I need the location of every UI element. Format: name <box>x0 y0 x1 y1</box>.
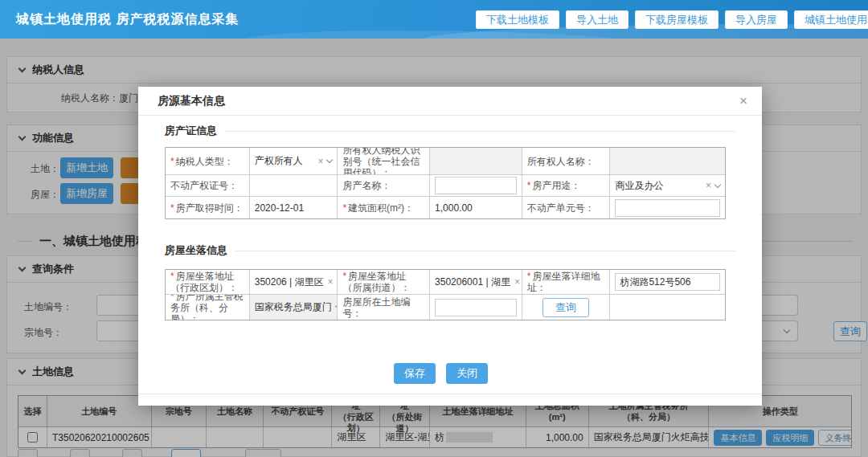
field-label: *建筑面积(m²)： <box>338 197 430 218</box>
clear-icon[interactable]: × <box>706 180 711 191</box>
close-button[interactable]: 关闭 <box>446 363 488 384</box>
input-field[interactable] <box>615 199 720 217</box>
download-land-template-button[interactable]: 下载土地模板 <box>476 10 559 29</box>
land-house-tax-declare-button[interactable]: 城镇土地使用税 房产税申报 <box>794 10 868 29</box>
app-window: 纳税人信息 纳税人名称：厦门 功能信息 土地： 新增土地 房屋： 新增房屋 一、… <box>0 0 868 457</box>
field-value: 2020-12-01 <box>250 197 338 218</box>
select-value: 产权所有人 <box>255 154 314 168</box>
clear-icon[interactable]: × <box>514 276 520 288</box>
field-label: *纳税人类型： <box>166 148 250 175</box>
field-label: 房屋所在土地编号： <box>338 295 430 320</box>
required-asterisk: * <box>170 156 174 167</box>
required-asterisk: * <box>527 271 531 282</box>
field-value: 1,000.00 <box>430 197 522 218</box>
readonly-field <box>430 148 522 175</box>
select-field[interactable]: 国家税务总局厦门 <box>250 295 338 320</box>
legend-line <box>225 131 735 132</box>
clear-icon[interactable]: × <box>317 156 323 167</box>
select-field[interactable]: 产权所有人× <box>250 148 338 175</box>
house-basic-info-modal: 房源基本信息 × 房产证信息 *纳税人类型：产权所有人×所有权人纳税人识别号（统… <box>138 87 762 406</box>
field-label: *房产所属主管税务所（科、分局）： <box>166 295 250 320</box>
required-asterisk: * <box>342 202 346 214</box>
select-field[interactable]: 商业及办公× <box>610 175 725 197</box>
required-asterisk: * <box>170 295 174 302</box>
select-field[interactable]: 350206001 | 湖里× <box>430 270 522 295</box>
input-cell <box>610 197 725 218</box>
chevron-down-icon <box>714 181 721 187</box>
input-cell: 枋湖路512号506 <box>610 270 725 295</box>
modal-footer-divider <box>138 394 762 394</box>
cert-form-table: *纳税人类型：产权所有人×所有权人纳税人识别号（统一社会信用代码）：所有权人名称… <box>165 147 726 219</box>
field-label: *房产取得时间： <box>166 197 250 218</box>
input-cell <box>430 175 522 197</box>
download-house-template-button[interactable]: 下载房屋模板 <box>635 10 719 29</box>
page-title: 城镇土地使用税 房产税税源信息采集 <box>16 0 239 39</box>
readonly-field <box>610 148 725 175</box>
select-value: 商业及办公 <box>615 179 702 193</box>
input-cell <box>430 295 522 320</box>
required-asterisk: * <box>527 180 531 191</box>
query-button-cell: 查询 <box>522 295 611 320</box>
select-value: 350206 | 湖里区 <box>255 275 324 289</box>
empty-cell <box>250 175 338 197</box>
required-asterisk: * <box>342 271 346 282</box>
input-field[interactable] <box>435 177 517 194</box>
modal-title: 房源基本信息 <box>138 87 762 116</box>
field-label: 所有权人纳税人识别号（统一社会信用代码）： <box>338 148 430 175</box>
input-field[interactable]: 枋湖路512号506 <box>615 273 720 291</box>
location-section-title: 房屋坐落信息 <box>165 243 227 258</box>
import-land-button[interactable]: 导入土地 <box>566 10 628 29</box>
field-label: 房产名称： <box>338 175 430 197</box>
chevron-down-icon <box>326 157 333 163</box>
field-label: 所有权人名称： <box>522 148 611 175</box>
legend-line <box>235 251 735 251</box>
field-label: *房屋坐落地址（行政区划）： <box>166 270 250 295</box>
save-button[interactable]: 保存 <box>394 363 436 384</box>
field-label: 不动产单元号： <box>522 197 611 218</box>
field-label: *房产用途： <box>522 175 611 197</box>
app-header: 城镇土地使用税 房产税税源信息采集 下载土地模板导入土地下载房屋模板导入房屋城镇… <box>0 0 868 39</box>
select-value: 350206001 | 湖里 <box>435 275 510 289</box>
query-button[interactable]: 查询 <box>542 298 589 317</box>
import-house-button[interactable]: 导入房屋 <box>725 10 788 29</box>
clear-icon[interactable]: × <box>328 276 334 288</box>
input-field[interactable] <box>435 299 517 316</box>
cert-section-legend: 房产证信息 <box>165 124 735 138</box>
required-asterisk: * <box>170 271 174 282</box>
field-label: 不动产权证号： <box>166 175 250 197</box>
select-field[interactable]: 350206 | 湖里区× <box>250 270 338 295</box>
empty-cell <box>610 295 725 320</box>
location-section-legend: 房屋坐落信息 <box>165 243 735 258</box>
header-actions: 下载土地模板导入土地下载房屋模板导入房屋城镇土地使用税 房产税申报 <box>476 10 868 29</box>
required-asterisk: * <box>170 202 174 214</box>
field-label: *房屋坐落详细地址： <box>522 270 611 295</box>
location-form-table: *房屋坐落地址（行政区划）：350206 | 湖里区×*房屋坐落地址（所属街道）… <box>165 269 726 320</box>
field-label: *房屋坐落地址（所属街道）： <box>338 270 430 295</box>
select-value: 国家税务总局厦门 <box>255 300 332 314</box>
close-icon[interactable]: × <box>739 94 747 108</box>
cert-section-title: 房产证信息 <box>165 124 217 138</box>
